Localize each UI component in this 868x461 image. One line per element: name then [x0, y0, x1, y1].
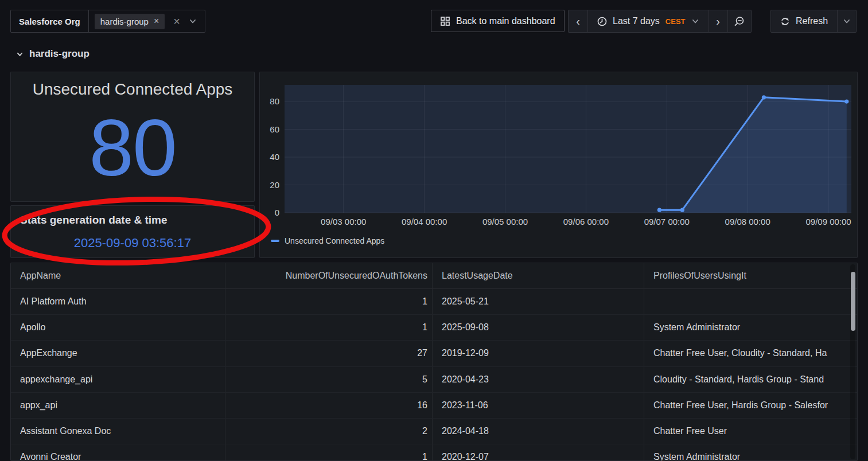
table-header-row: AppName NumberOfUnsecuredOAuthTokens Lat… [11, 263, 857, 289]
stats-generation-panel: Stats generation date & time 2025-09-09 … [10, 205, 255, 258]
refresh-icon [780, 17, 790, 26]
legend-item[interactable]: Unsecured Connected Apps [271, 236, 384, 245]
magnifier-minus-icon [734, 16, 745, 27]
table-scrollbar[interactable] [850, 264, 855, 459]
table-cell-profiles: Chatter Free User, Hardis Group - Salesf… [644, 393, 851, 418]
table-cell-profiles: Chatter Free User [644, 419, 851, 444]
table-body: AI Platform Auth12025-05-21Apollo12025-0… [11, 289, 857, 461]
table-cell-tokens: 1 [225, 444, 432, 461]
svg-text:09/06 00:00: 09/06 00:00 [563, 217, 609, 226]
back-to-main-dashboard-button[interactable]: Back to main dashboard [431, 10, 565, 32]
clock-icon [597, 17, 607, 26]
table-cell-app: Avonni Creator [11, 444, 225, 461]
table-cell-date: 2024-04-18 [432, 419, 644, 444]
chevron-down-icon[interactable] [189, 17, 197, 25]
svg-text:40: 40 [270, 152, 279, 162]
legend-label: Unsecured Connected Apps [285, 236, 384, 245]
refresh-group: Refresh [770, 10, 857, 33]
table-cell-tokens: 1 [225, 315, 432, 340]
table-cell-app: Apollo [11, 315, 225, 340]
table-row: appx_api162023-11-06Chatter Free User, H… [11, 393, 857, 419]
time-range-label: Last 7 days [613, 16, 660, 26]
table-cell-app: appexchange_api [11, 367, 225, 392]
column-header-tokens[interactable]: NumberOfUnsecuredOAuthTokens [225, 263, 432, 288]
variable-tag-label: hardis-group [100, 17, 149, 26]
column-header-profiles[interactable]: ProfilesOfUsersUsingIt [644, 263, 851, 288]
table-cell-tokens: 5 [225, 367, 432, 392]
table-cell-date: 2019-12-09 [432, 341, 644, 366]
svg-text:0: 0 [275, 208, 279, 217]
timeseries-plot[interactable]: 02040608009/03 00:0009/04 00:0009/05 00:… [260, 72, 857, 257]
legend-series-color-icon [271, 240, 279, 242]
zoom-out-time-range-button[interactable] [727, 10, 751, 32]
refresh-button[interactable]: Refresh [771, 10, 837, 32]
table-row: Apollo12025-09-08System Administrator [11, 315, 857, 341]
table-cell-profiles: Cloudity - Standard, Hardis Group - Stan… [644, 367, 851, 392]
time-range-picker-button[interactable]: Last 7 days CEST [587, 10, 709, 32]
table-cell-date: 2020-12-07 [432, 444, 644, 461]
stats-generation-datetime: 2025-09-09 03:56:17 [11, 236, 254, 251]
table-cell-date: 2025-09-08 [432, 315, 644, 340]
table-cell-profiles [644, 289, 851, 314]
table-cell-profiles: System Administrator [644, 315, 851, 340]
variable-tag[interactable]: hardis-group × [95, 14, 165, 29]
remove-tag-icon[interactable]: × [154, 17, 159, 26]
table-row: appexchange_api52020-04-23Cloudity - Sta… [11, 367, 857, 393]
svg-text:09/07 00:00: 09/07 00:00 [644, 217, 690, 226]
row-collapse-header[interactable]: hardis-group [16, 48, 89, 60]
table-row: AI Platform Auth12025-05-21 [11, 289, 857, 315]
section-title: hardis-group [29, 48, 89, 60]
table-cell-app: Assistant Gonexa Doc [11, 419, 225, 444]
table-cell-app: appx_api [11, 393, 225, 418]
table-cell-profiles: System Administrator [644, 444, 851, 461]
table-cell-tokens: 1 [225, 289, 432, 314]
svg-text:20: 20 [270, 180, 279, 190]
table-cell-tokens: 2 [225, 419, 432, 444]
table-cell-app: AppExchange [11, 341, 225, 366]
connected-apps-table-panel: AppName NumberOfUnsecuredOAuthTokens Lat… [10, 263, 858, 461]
svg-text:09/03 00:00: 09/03 00:00 [321, 217, 366, 226]
time-range-forward-button[interactable]: › [709, 10, 727, 32]
svg-text:09/09 00:00: 09/09 00:00 [805, 217, 851, 226]
panel-title: Stats generation date & time [20, 214, 168, 226]
table-row: AppExchange272019-12-09Chatter Free User… [11, 341, 857, 366]
stat-value: 80 [11, 102, 254, 193]
chevron-down-icon [843, 17, 851, 25]
table-scrollbar-thumb[interactable] [851, 272, 855, 331]
svg-text:80: 80 [270, 96, 279, 106]
refresh-label: Refresh [796, 16, 828, 26]
timezone-label: CEST [665, 17, 686, 26]
table-cell-date: 2020-04-23 [432, 367, 644, 392]
svg-text:09/04 00:00: 09/04 00:00 [402, 217, 447, 226]
stat-panel-unsecured-apps: Unsecured Connected Apps 80 [10, 72, 255, 202]
table-row: Avonni Creator12020-12-07System Administ… [11, 444, 857, 461]
template-variable-control: Salesforce Org hardis-group × × [10, 10, 205, 33]
grafana-dashboard: Salesforce Org hardis-group × × Back to … [0, 0, 868, 461]
column-header-appname[interactable]: AppName [11, 263, 225, 288]
refresh-interval-dropdown[interactable] [837, 10, 856, 32]
svg-text:09/05 00:00: 09/05 00:00 [482, 217, 528, 226]
time-picker-group: ‹ Last 7 days CEST › [568, 10, 752, 33]
back-button-label: Back to main dashboard [456, 16, 555, 26]
table-cell-tokens: 16 [225, 393, 432, 418]
table-cell-date: 2025-05-21 [432, 289, 644, 314]
table-cell-profiles: Chatter Free User, Cloudity - Standard, … [644, 341, 851, 366]
table-cell-app: AI Platform Auth [11, 289, 225, 314]
apps-grid-icon [440, 16, 450, 26]
variable-value-dropdown[interactable]: hardis-group × × [89, 10, 205, 32]
table-cell-tokens: 27 [225, 341, 432, 366]
table-cell-date: 2023-11-06 [432, 393, 644, 418]
chevron-down-icon [691, 17, 699, 25]
collapse-chevron-down-icon [16, 50, 24, 58]
time-range-back-button[interactable]: ‹ [569, 10, 587, 32]
panel-title: Unsecured Connected Apps [11, 80, 254, 99]
svg-text:09/08 00:00: 09/08 00:00 [725, 217, 770, 226]
variable-label: Salesforce Org [11, 10, 89, 32]
svg-text:60: 60 [270, 124, 279, 134]
timeseries-panel: 02040608009/03 00:0009/04 00:0009/05 00:… [259, 72, 858, 258]
clear-variable-icon[interactable]: × [173, 15, 180, 27]
column-header-latest-usage[interactable]: LatestUsageDate [432, 263, 644, 288]
table-row: Assistant Gonexa Doc22024-04-18Chatter F… [11, 419, 857, 444]
